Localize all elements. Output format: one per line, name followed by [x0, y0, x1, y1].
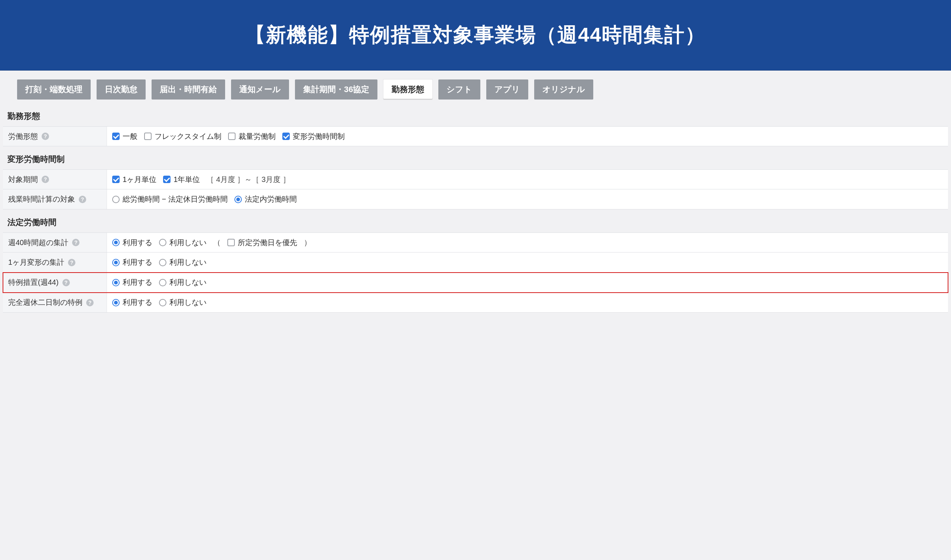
radio-use[interactable]: 利用する: [112, 257, 152, 268]
tab-8[interactable]: オリジナル: [534, 80, 593, 100]
section-variable: 対象期間 ? 1ヶ月単位 1年単位 ［ 4月度 ］～［ 3月度 ］ 残業時間計算…: [3, 169, 948, 209]
tab-1[interactable]: 日次勤怠: [97, 80, 146, 100]
help-icon[interactable]: ?: [68, 259, 75, 266]
section-title-legal: 法定労働時間: [3, 209, 948, 232]
label-text: 労働形態: [8, 131, 38, 142]
checkbox-general[interactable]: 一般: [112, 131, 137, 142]
checkbox-1month[interactable]: 1ヶ月単位: [112, 175, 156, 185]
tab-7[interactable]: アプリ: [486, 80, 528, 100]
row-value: 利用する 利用しない: [107, 252, 948, 272]
row-value: 利用する 利用しない: [107, 272, 948, 292]
settings-content: 打刻・端数処理日次勤怠届出・時間有給通知メール集計期間・36協定勤務形態シフトア…: [0, 71, 951, 328]
radio-total-minus-holiday[interactable]: 総労働時間 − 法定休日労働時間: [112, 194, 228, 204]
row-full-two-day-weekend: 完全週休二日制の特例 ? 利用する 利用しない: [3, 292, 948, 313]
section-title-variable: 変形労働時間制: [3, 146, 948, 169]
radio-not-use[interactable]: 利用しない: [159, 257, 206, 268]
row-value: 利用する 利用しない: [107, 292, 948, 312]
row-value: 利用する 利用しない （ 所定労働日を優先 ）: [107, 233, 948, 252]
radio-not-use[interactable]: 利用しない: [159, 277, 206, 288]
help-icon[interactable]: ?: [79, 196, 86, 203]
tab-0[interactable]: 打刻・端数処理: [17, 80, 91, 100]
radio-not-use[interactable]: 利用しない: [159, 238, 206, 248]
help-icon[interactable]: ?: [86, 299, 94, 306]
tabs-bar: 打刻・端数処理日次勤怠届出・時間有給通知メール集計期間・36協定勤務形態シフトア…: [3, 71, 948, 103]
row-label: 残業時間計算の対象 ?: [3, 189, 107, 209]
tab-6[interactable]: シフト: [439, 80, 480, 100]
section-title-work-style: 勤務形態: [3, 103, 948, 126]
row-value: 総労働時間 − 法定休日労働時間 法定内労働時間: [107, 189, 948, 209]
tab-4[interactable]: 集計期間・36協定: [295, 80, 377, 100]
radio-legal-hours[interactable]: 法定内労働時間: [234, 194, 297, 204]
tab-2[interactable]: 届出・時間有給: [152, 80, 225, 100]
paren-close: ）: [304, 238, 311, 248]
radio-not-use[interactable]: 利用しない: [159, 297, 206, 308]
row-target-period: 対象期間 ? 1ヶ月単位 1年単位 ［ 4月度 ］～［ 3月度 ］: [3, 169, 948, 189]
banner-title: 【新機能】特例措置対象事業場（週44時間集計）: [245, 22, 706, 49]
checkbox-scheduled-priority[interactable]: 所定労働日を優先: [227, 238, 297, 248]
row-week44-special: 特例措置(週44) ? 利用する 利用しない: [3, 272, 948, 292]
help-icon[interactable]: ?: [42, 132, 49, 140]
checkbox-1year[interactable]: 1年単位: [163, 175, 200, 185]
row-overtime-calc: 残業時間計算の対象 ? 総労働時間 − 法定休日労働時間 法定内労働時間: [3, 189, 948, 209]
help-icon[interactable]: ?: [62, 279, 70, 286]
row-label: 完全週休二日制の特例 ?: [3, 292, 107, 312]
row-work-type: 労働形態 ? 一般 フレックスタイム制 裁量労働制 変形労働時: [3, 126, 948, 146]
row-label: 特例措置(週44) ?: [3, 272, 107, 292]
paren-open: （: [213, 238, 221, 248]
tab-5[interactable]: 勤務形態: [383, 80, 432, 100]
tab-3[interactable]: 通知メール: [231, 80, 289, 100]
row-label: 労働形態 ?: [3, 127, 107, 146]
help-icon[interactable]: ?: [42, 175, 49, 183]
row-1month-variable: 1ヶ月変形の集計 ? 利用する 利用しない: [3, 252, 948, 272]
row-value: 一般 フレックスタイム制 裁量労働制 変形労働時間制: [107, 127, 948, 146]
radio-use[interactable]: 利用する: [112, 238, 152, 248]
row-label: 週40時間超の集計 ?: [3, 233, 107, 252]
radio-use[interactable]: 利用する: [112, 277, 152, 288]
section-work-style: 労働形態 ? 一般 フレックスタイム制 裁量労働制 変形労働時: [3, 126, 948, 146]
row-label: 1ヶ月変形の集計 ?: [3, 252, 107, 272]
banner: 【新機能】特例措置対象事業場（週44時間集計）: [0, 0, 951, 71]
checkbox-discretion[interactable]: 裁量労働制: [228, 131, 275, 142]
year-range: ［ 4月度 ］～［ 3月度 ］: [206, 175, 290, 185]
row-value: 1ヶ月単位 1年単位 ［ 4月度 ］～［ 3月度 ］: [107, 170, 948, 189]
checkbox-variable[interactable]: 変形労働時間制: [282, 131, 345, 142]
section-legal: 週40時間超の集計 ? 利用する 利用しない （ 所定労働日を優先 ）: [3, 232, 948, 313]
checkbox-flex[interactable]: フレックスタイム制: [144, 131, 222, 142]
radio-use[interactable]: 利用する: [112, 297, 152, 308]
row-week40: 週40時間超の集計 ? 利用する 利用しない （ 所定労働日を優先 ）: [3, 232, 948, 252]
row-label: 対象期間 ?: [3, 170, 107, 189]
help-icon[interactable]: ?: [72, 239, 80, 246]
